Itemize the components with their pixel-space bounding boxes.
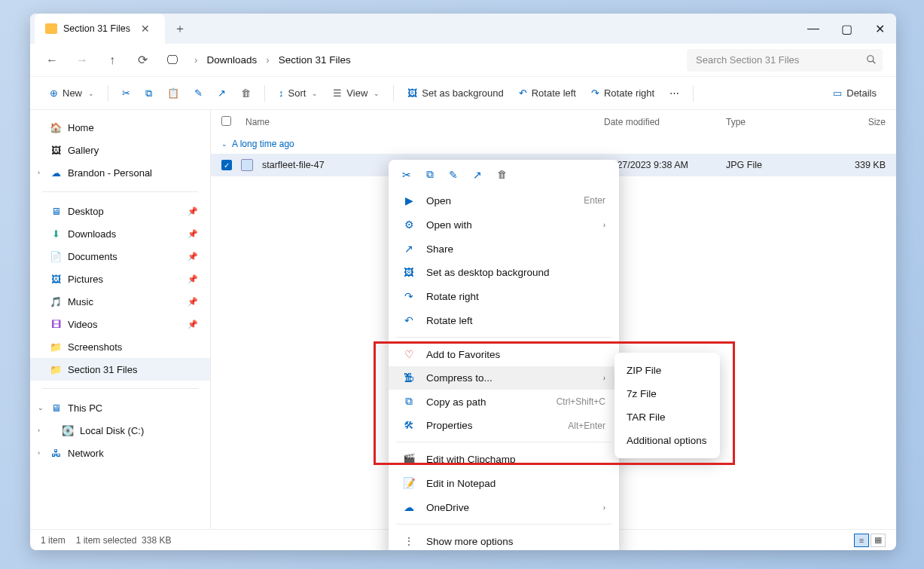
sidebar-personal[interactable]: ›☁Brandon - Personal xyxy=(30,161,210,184)
minimize-button[interactable]: — xyxy=(797,14,830,44)
ctx-copy-path[interactable]: ⧉Copy as pathCtrl+Shift+C xyxy=(389,390,619,414)
ctx-clipchamp[interactable]: 🎬Edit with Clipchamp xyxy=(389,447,619,471)
searchbox[interactable] xyxy=(687,49,883,72)
select-all-checkbox[interactable] xyxy=(221,116,231,126)
close-window-button[interactable]: ✕ xyxy=(863,14,896,44)
ctx-properties[interactable]: 🛠PropertiesAlt+Enter xyxy=(389,414,619,437)
ctx-favorites[interactable]: ♡Add to Favorites xyxy=(389,342,619,366)
ctx-copy-icon[interactable]: ⧉ xyxy=(426,169,434,181)
sidebar: 🏠Home 🖼Gallery ›☁Brandon - Personal 🖥Des… xyxy=(30,110,211,529)
cut-icon[interactable]: ✂ xyxy=(116,83,136,103)
content-pane: Name Date modified Type Size ⌄A long tim… xyxy=(211,110,896,529)
view-button[interactable]: ☰View⌄ xyxy=(327,83,386,103)
sidebar-localdisk[interactable]: ›💽Local Disk (C:) xyxy=(30,419,210,442)
ctx-delete-icon[interactable]: 🗑 xyxy=(497,169,508,181)
sub-7z[interactable]: 7z File xyxy=(614,382,720,405)
status-item-count: 1 item xyxy=(41,535,66,546)
sidebar-screenshots[interactable]: 📁Screenshots xyxy=(30,335,210,358)
svg-point-0 xyxy=(868,55,874,61)
ctx-share[interactable]: ↗Share xyxy=(389,237,619,261)
breadcrumb-downloads[interactable]: Downloads xyxy=(207,54,258,66)
ctx-more[interactable]: ⋮Show more options xyxy=(389,529,619,550)
sidebar-videos[interactable]: 🎞Videos📌 xyxy=(30,313,210,335)
jpg-file-icon xyxy=(241,159,253,171)
file-size: 339 KB xyxy=(825,160,886,170)
tab-title: Section 31 Files xyxy=(63,23,130,34)
folder-icon xyxy=(45,23,57,34)
view-large-icon[interactable]: ▦ xyxy=(871,534,886,547)
back-button[interactable]: ← xyxy=(44,54,60,67)
up-button[interactable]: ↑ xyxy=(104,54,120,67)
sidebar-section31[interactable]: 📁Section 31 Files xyxy=(30,358,210,381)
ctx-onedrive[interactable]: ☁OneDrive› xyxy=(389,495,619,519)
copy-icon[interactable]: ⧉ xyxy=(139,83,158,104)
close-tab-icon[interactable]: ✕ xyxy=(136,23,154,35)
monitor-icon[interactable]: 🖵 xyxy=(164,54,181,67)
col-type[interactable]: Type xyxy=(726,117,816,127)
ctx-open[interactable]: ▶OpenEnter xyxy=(389,188,619,213)
rename-icon[interactable]: ✎ xyxy=(188,83,209,103)
set-background-button[interactable]: 🖼Set as background xyxy=(401,83,509,103)
context-menu: ✂ ⧉ ✎ ↗ 🗑 ▶OpenEnter ⚙Open with› ↗Share … xyxy=(389,160,619,550)
forward-button[interactable]: → xyxy=(74,54,90,67)
breadcrumb-current[interactable]: Section 31 Files xyxy=(279,54,351,66)
col-date[interactable]: Date modified xyxy=(604,117,717,127)
sidebar-home[interactable]: 🏠Home xyxy=(30,116,210,139)
file-date: 11/27/2023 9:38 AM xyxy=(604,160,717,170)
paste-icon[interactable]: 📋 xyxy=(161,83,185,103)
svg-line-1 xyxy=(873,60,876,63)
titlebar: Section 31 Files ✕ ＋ — ▢ ✕ xyxy=(30,14,896,44)
search-icon xyxy=(866,54,877,65)
ctx-share-icon[interactable]: ↗ xyxy=(473,169,482,181)
sub-zip[interactable]: ZIP File xyxy=(614,359,720,382)
toolbar: ⊕New⌄ ✂ ⧉ 📋 ✎ ↗ 🗑 ↕Sort⌄ ☰View⌄ 🖼Set as … xyxy=(30,77,896,110)
compress-submenu: ZIP File 7z File TAR File Additional opt… xyxy=(614,353,720,458)
sidebar-pictures[interactable]: 🖼Pictures📌 xyxy=(30,268,210,290)
ctx-rotate-right[interactable]: ↷Rotate right xyxy=(389,284,619,308)
col-name[interactable]: Name xyxy=(245,117,595,127)
view-details-icon[interactable]: ≡ xyxy=(854,534,869,547)
ctx-compress[interactable]: 🗜Compress to...› xyxy=(389,366,619,390)
search-input[interactable] xyxy=(687,49,883,72)
sort-button[interactable]: ↕Sort⌄ xyxy=(273,83,324,103)
sidebar-gallery[interactable]: 🖼Gallery xyxy=(30,139,210,161)
delete-icon[interactable]: 🗑 xyxy=(235,83,257,103)
sub-additional[interactable]: Additional options xyxy=(614,429,720,452)
details-button[interactable]: ▭Details xyxy=(827,83,883,103)
share-icon[interactable]: ↗ xyxy=(212,83,232,103)
file-type: JPG File xyxy=(726,160,816,170)
new-tab-button[interactable]: ＋ xyxy=(174,21,186,37)
sidebar-desktop[interactable]: 🖥Desktop📌 xyxy=(30,200,210,222)
ctx-notepad[interactable]: 📝Edit in Notepad xyxy=(389,471,619,495)
sidebar-music[interactable]: 🎵Music📌 xyxy=(30,290,210,313)
breadcrumb[interactable]: › Downloads › Section 31 Files xyxy=(194,54,351,66)
refresh-button[interactable]: ⟳ xyxy=(134,53,151,67)
sidebar-documents[interactable]: 📄Documents📌 xyxy=(30,245,210,268)
ctx-open-with[interactable]: ⚙Open with› xyxy=(389,213,619,237)
sub-tar[interactable]: TAR File xyxy=(614,405,720,429)
column-headers: Name Date modified Type Size xyxy=(211,110,896,134)
rotate-left-button[interactable]: ↶Rotate left xyxy=(513,83,582,103)
ctx-cut-icon[interactable]: ✂ xyxy=(402,169,411,181)
rotate-right-button[interactable]: ↷Rotate right xyxy=(585,83,660,103)
sidebar-downloads[interactable]: ⬇Downloads📌 xyxy=(30,222,210,245)
file-checkbox[interactable]: ✓ xyxy=(221,160,232,170)
ctx-rotate-left[interactable]: ↶Rotate left xyxy=(389,308,619,332)
more-button[interactable]: ⋯ xyxy=(663,83,685,103)
group-header[interactable]: ⌄A long time ago xyxy=(211,134,896,154)
new-button[interactable]: ⊕New⌄ xyxy=(44,83,100,103)
col-size[interactable]: Size xyxy=(825,117,886,127)
tab-section31[interactable]: Section 31 Files ✕ xyxy=(35,14,165,44)
sidebar-network[interactable]: ›🖧Network xyxy=(30,442,210,464)
ctx-rename-icon[interactable]: ✎ xyxy=(449,169,458,181)
pin-icon: 📌 xyxy=(188,206,198,216)
sidebar-thispc[interactable]: ⌄🖥This PC xyxy=(30,396,210,419)
navbar: ← → ↑ ⟳ 🖵 › Downloads › Section 31 Files xyxy=(30,44,896,77)
status-selected: 1 item selected 338 KB xyxy=(76,535,172,546)
ctx-set-desktop[interactable]: 🖼Set as desktop background xyxy=(389,261,619,284)
file-explorer-window: Section 31 Files ✕ ＋ — ▢ ✕ ← → ↑ ⟳ 🖵 › D… xyxy=(30,14,896,550)
maximize-button[interactable]: ▢ xyxy=(830,14,863,44)
